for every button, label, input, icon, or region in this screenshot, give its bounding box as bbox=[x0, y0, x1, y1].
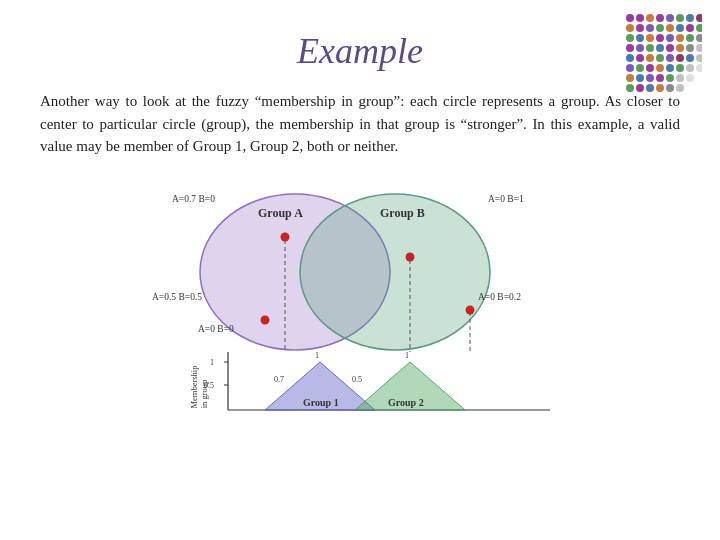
graph-group2-label: Group 2 bbox=[388, 397, 424, 408]
svg-point-14 bbox=[686, 24, 694, 32]
svg-point-56 bbox=[636, 84, 644, 92]
svg-point-54 bbox=[686, 74, 694, 82]
svg-point-4 bbox=[666, 14, 674, 22]
ytick-label-1: 1 bbox=[210, 358, 214, 367]
intersect-label: 0.5 bbox=[352, 375, 362, 384]
svg-point-2 bbox=[646, 14, 654, 22]
svg-point-12 bbox=[666, 24, 674, 32]
svg-point-9 bbox=[636, 24, 644, 32]
y-axis-label2: in group bbox=[199, 379, 209, 408]
svg-point-53 bbox=[676, 74, 684, 82]
svg-point-33 bbox=[636, 54, 644, 62]
svg-point-18 bbox=[646, 34, 654, 42]
svg-point-27 bbox=[656, 44, 664, 52]
dot-grid-decoration bbox=[622, 10, 702, 100]
group-a-label: Group A bbox=[258, 206, 303, 220]
svg-point-51 bbox=[656, 74, 664, 82]
svg-point-29 bbox=[676, 44, 684, 52]
ann-a0-b0: A=0 B=0 bbox=[198, 324, 234, 334]
svg-point-32 bbox=[626, 54, 634, 62]
svg-point-45 bbox=[676, 64, 684, 72]
svg-point-42 bbox=[646, 64, 654, 72]
body-paragraph: Another way to look at the fuzzy “member… bbox=[40, 90, 680, 158]
svg-point-30 bbox=[686, 44, 694, 52]
ann-a05-b05: A=0.5 B=0.5 bbox=[152, 292, 202, 302]
svg-point-48 bbox=[626, 74, 634, 82]
svg-point-3 bbox=[656, 14, 664, 22]
svg-point-19 bbox=[656, 34, 664, 42]
peak-label-1: 1 bbox=[315, 351, 319, 360]
svg-point-47 bbox=[696, 64, 702, 72]
svg-point-43 bbox=[656, 64, 664, 72]
svg-point-41 bbox=[636, 64, 644, 72]
svg-point-16 bbox=[626, 34, 634, 42]
svg-point-0 bbox=[626, 14, 634, 22]
svg-point-20 bbox=[666, 34, 674, 42]
svg-point-6 bbox=[686, 14, 694, 22]
slide-page: Example Another way to look at the fuzzy… bbox=[0, 0, 720, 540]
point-3 bbox=[261, 315, 270, 324]
svg-point-11 bbox=[656, 24, 664, 32]
svg-point-38 bbox=[686, 54, 694, 62]
svg-point-59 bbox=[666, 84, 674, 92]
y-axis-label: Membership bbox=[189, 365, 199, 408]
y-val-07: 0.7 bbox=[274, 375, 284, 384]
svg-point-39 bbox=[696, 54, 702, 62]
svg-point-7 bbox=[696, 14, 702, 22]
ann-a0-b02: A=0 B=0.2 bbox=[478, 292, 521, 302]
svg-point-52 bbox=[666, 74, 674, 82]
svg-point-46 bbox=[686, 64, 694, 72]
svg-point-28 bbox=[666, 44, 674, 52]
svg-point-5 bbox=[676, 14, 684, 22]
group-b-label: Group B bbox=[380, 206, 425, 220]
diagram-container: Group A Group B A=0.7 B=0 A=0 B=1 A=0.5 … bbox=[40, 172, 680, 412]
peak-label-2: 1 bbox=[405, 351, 409, 360]
svg-point-1 bbox=[636, 14, 644, 22]
svg-point-37 bbox=[676, 54, 684, 62]
svg-point-26 bbox=[646, 44, 654, 52]
graph-group1-label: Group 1 bbox=[303, 397, 339, 408]
svg-point-25 bbox=[636, 44, 644, 52]
svg-point-49 bbox=[636, 74, 644, 82]
svg-point-10 bbox=[646, 24, 654, 32]
svg-point-17 bbox=[636, 34, 644, 42]
ann-a07-b0: A=0.7 B=0 bbox=[172, 194, 215, 204]
svg-point-50 bbox=[646, 74, 654, 82]
venn-diagram: Group A Group B A=0.7 B=0 A=0 B=1 A=0.5 … bbox=[110, 172, 610, 412]
svg-point-57 bbox=[646, 84, 654, 92]
svg-point-24 bbox=[626, 44, 634, 52]
svg-point-40 bbox=[626, 64, 634, 72]
svg-point-22 bbox=[686, 34, 694, 42]
svg-point-13 bbox=[676, 24, 684, 32]
svg-point-35 bbox=[656, 54, 664, 62]
svg-point-31 bbox=[696, 44, 702, 52]
svg-point-44 bbox=[666, 64, 674, 72]
svg-point-34 bbox=[646, 54, 654, 62]
svg-point-58 bbox=[656, 84, 664, 92]
svg-point-55 bbox=[626, 84, 634, 92]
svg-point-36 bbox=[666, 54, 674, 62]
svg-point-23 bbox=[696, 34, 702, 42]
svg-point-15 bbox=[696, 24, 702, 32]
svg-point-8 bbox=[626, 24, 634, 32]
svg-point-21 bbox=[676, 34, 684, 42]
diagram-svg: Group A Group B A=0.7 B=0 A=0 B=1 A=0.5 … bbox=[110, 172, 610, 412]
slide-title: Example bbox=[40, 30, 680, 72]
ann-a0-b1: A=0 B=1 bbox=[488, 194, 524, 204]
svg-point-60 bbox=[676, 84, 684, 92]
